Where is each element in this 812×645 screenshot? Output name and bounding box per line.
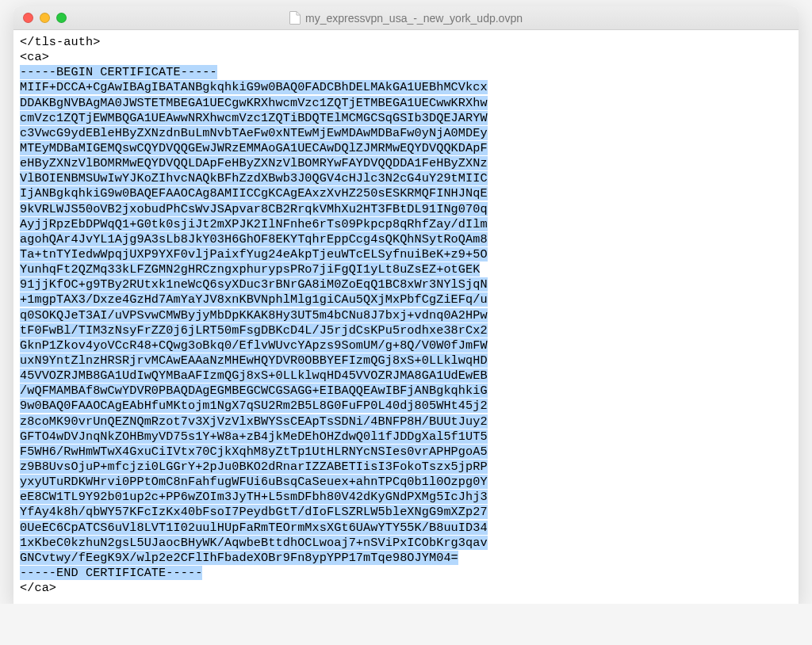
- text-after: </ca>: [20, 581, 56, 595]
- titlebar: my_expressvpn_usa_-_new_york_udp.ovpn: [13, 6, 799, 30]
- title-area: my_expressvpn_usa_-_new_york_udp.ovpn: [23, 11, 789, 25]
- text-before: </tls-auth> <ca>: [20, 35, 100, 64]
- zoom-button[interactable]: [56, 13, 67, 23]
- editor-window: my_expressvpn_usa_-_new_york_udp.ovpn </…: [13, 6, 799, 604]
- close-button[interactable]: [23, 13, 33, 23]
- text-content[interactable]: </tls-auth> <ca> -----BEGIN CERTIFICATE-…: [13, 30, 799, 604]
- text-selection: -----BEGIN CERTIFICATE----- MIIF+DCCA+Cg…: [20, 65, 488, 580]
- window-title: my_expressvpn_usa_-_new_york_udp.ovpn: [305, 12, 523, 25]
- window-controls: [23, 13, 67, 23]
- minimize-button[interactable]: [40, 13, 50, 23]
- document-icon: [289, 11, 301, 25]
